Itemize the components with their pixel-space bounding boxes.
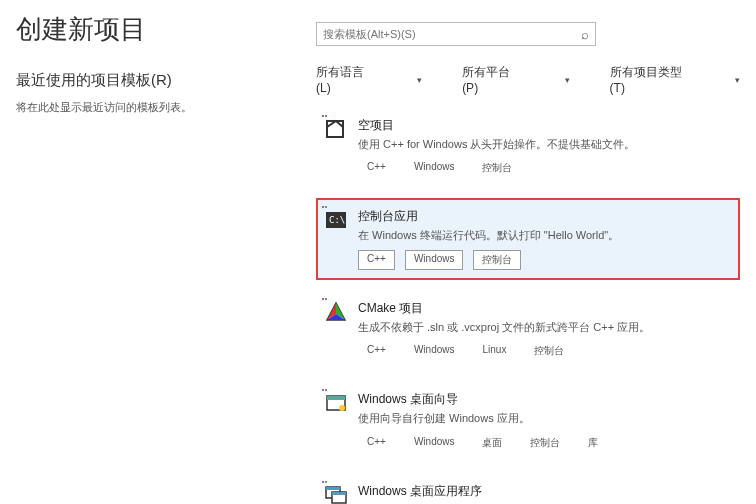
filter-platform-label: 所有平台(P) bbox=[462, 64, 524, 95]
template-item-cmake[interactable]: CMake 项目 生成不依赖于 .sln 或 .vcxproj 文件的新式跨平台… bbox=[316, 290, 740, 371]
tag: 控制台 bbox=[521, 433, 569, 453]
svg-rect-8 bbox=[327, 396, 345, 400]
template-title: Windows 桌面应用程序 bbox=[358, 483, 732, 500]
search-input[interactable] bbox=[323, 28, 577, 40]
tag: Windows bbox=[405, 250, 464, 270]
template-title: Windows 桌面向导 bbox=[358, 391, 732, 408]
recent-templates-desc: 将在此处显示最近访问的模板列表。 bbox=[16, 100, 296, 115]
chevron-down-icon: ▾ bbox=[565, 75, 570, 85]
tag: 库 bbox=[579, 433, 607, 453]
svg-rect-11 bbox=[326, 487, 340, 490]
template-tags: C++ Windows 桌面 控制台 库 bbox=[358, 433, 732, 453]
svg-rect-0 bbox=[327, 121, 343, 137]
filter-platform-dropdown[interactable]: 所有平台(P) ▾ bbox=[462, 64, 569, 95]
template-desc: 在 Windows 终端运行代码。默认打印 "Hello World"。 bbox=[358, 228, 732, 243]
template-desc: 使用向导自行创建 Windows 应用。 bbox=[358, 411, 732, 426]
svg-point-9 bbox=[339, 405, 345, 411]
template-item-console[interactable]: C:\ 控制台应用 在 Windows 终端运行代码。默认打印 "Hello W… bbox=[316, 198, 740, 279]
tag: 控制台 bbox=[473, 158, 521, 178]
filter-language-dropdown[interactable]: 所有语言(L) ▾ bbox=[316, 64, 422, 95]
tag: 桌面 bbox=[473, 433, 511, 453]
tag: Windows bbox=[405, 433, 464, 453]
tag: Linux bbox=[473, 341, 515, 361]
svg-rect-13 bbox=[332, 492, 346, 495]
svg-text:C:\: C:\ bbox=[329, 215, 345, 225]
template-desc: 生成不依赖于 .sln 或 .vcxproj 文件的新式跨平台 C++ 应用。 bbox=[358, 320, 732, 335]
template-item-desktop-app[interactable]: Windows 桌面应用程序 具有在 Windows 上运行的图形用户界面的应用… bbox=[316, 473, 740, 504]
template-tags: C++ Windows 控制台 bbox=[358, 250, 732, 270]
console-app-icon: C:\ bbox=[324, 208, 348, 232]
chevron-down-icon: ▾ bbox=[417, 75, 422, 85]
tag: C++ bbox=[358, 341, 395, 361]
template-title: 控制台应用 bbox=[358, 208, 732, 225]
search-icon[interactable]: ⌕ bbox=[581, 27, 589, 42]
template-title: CMake 项目 bbox=[358, 300, 732, 317]
template-title: 空项目 bbox=[358, 117, 732, 134]
tag: Windows bbox=[405, 158, 464, 178]
wizard-icon bbox=[324, 391, 348, 415]
desktop-app-icon bbox=[324, 483, 348, 504]
template-tags: C++ Windows Linux 控制台 bbox=[358, 341, 732, 361]
tag: C++ bbox=[358, 433, 395, 453]
chevron-down-icon: ▾ bbox=[735, 75, 740, 85]
filter-projecttype-label: 所有项目类型(T) bbox=[610, 64, 695, 95]
filter-language-label: 所有语言(L) bbox=[316, 64, 377, 95]
tag: 控制台 bbox=[525, 341, 573, 361]
search-box[interactable]: ⌕ bbox=[316, 22, 596, 46]
template-tags: C++ Windows 控制台 bbox=[358, 158, 732, 178]
tag: Windows bbox=[405, 341, 464, 361]
filter-projecttype-dropdown[interactable]: 所有项目类型(T) ▾ bbox=[610, 64, 740, 95]
template-item-empty[interactable]: 空项目 使用 C++ for Windows 从头开始操作。不提供基础文件。 C… bbox=[316, 107, 740, 188]
template-list: 空项目 使用 C++ for Windows 从头开始操作。不提供基础文件。 C… bbox=[316, 107, 740, 504]
template-item-desktop-wizard[interactable]: Windows 桌面向导 使用向导自行创建 Windows 应用。 C++ Wi… bbox=[316, 381, 740, 462]
tag: C++ bbox=[358, 158, 395, 178]
empty-project-icon bbox=[324, 117, 348, 141]
cmake-icon bbox=[324, 300, 348, 324]
tag: C++ bbox=[358, 250, 395, 270]
page-title: 创建新项目 bbox=[16, 12, 296, 47]
recent-templates-title: 最近使用的项目模板(R) bbox=[16, 71, 296, 90]
template-desc: 使用 C++ for Windows 从头开始操作。不提供基础文件。 bbox=[358, 137, 732, 152]
tag: 控制台 bbox=[473, 250, 521, 270]
